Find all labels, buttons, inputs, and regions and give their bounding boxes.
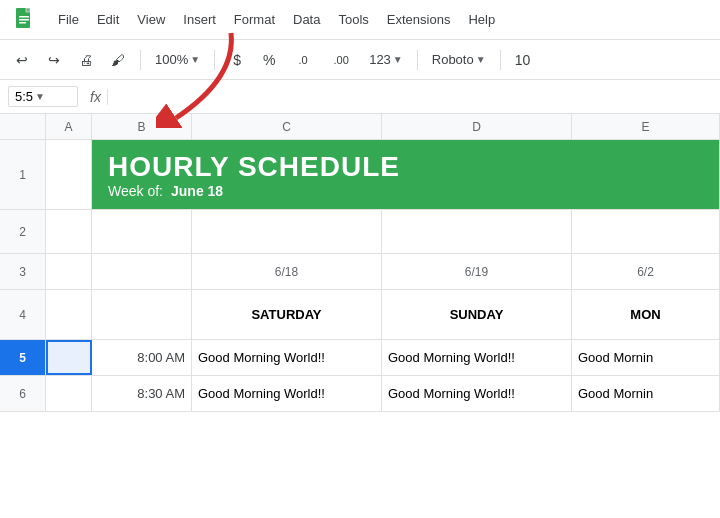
zoom-value: 100%	[155, 52, 188, 67]
cell-4c[interactable]: SATURDAY	[192, 290, 382, 339]
zoom-chevron: ▼	[190, 54, 200, 65]
svg-rect-3	[19, 16, 29, 18]
row-num-4: 4	[0, 290, 46, 339]
cell-4b[interactable]	[92, 290, 192, 339]
menu-view[interactable]: View	[129, 8, 173, 31]
col-header-d[interactable]: D	[382, 114, 572, 139]
cell-2b[interactable]	[92, 210, 192, 253]
cell-5a[interactable]	[46, 340, 92, 375]
column-headers: A B C D E	[0, 114, 720, 140]
formula-input[interactable]	[118, 89, 712, 104]
menu-tools[interactable]: Tools	[330, 8, 376, 31]
col-header-c[interactable]: C	[192, 114, 382, 139]
app-logo	[8, 2, 44, 38]
row-num-5: 5	[0, 340, 46, 375]
undo-button[interactable]: ↩	[8, 46, 36, 74]
cell-2e[interactable]	[572, 210, 720, 253]
decimal-decrease-button[interactable]: .0	[287, 46, 319, 74]
cell-6e[interactable]: Good Mornin	[572, 376, 720, 411]
col-header-a[interactable]: A	[46, 114, 92, 139]
col-header-rownum	[0, 114, 46, 139]
cell-5b[interactable]: 8:00 AM	[92, 340, 192, 375]
cell-reference-box[interactable]: 5:5 ▼	[8, 86, 78, 107]
cell-3b[interactable]	[92, 254, 192, 289]
toolbar-sep-2	[214, 50, 215, 70]
toolbar-sep-4	[500, 50, 501, 70]
redo-button[interactable]: ↪	[40, 46, 68, 74]
week-of-label: Week of:	[108, 183, 163, 199]
toolbar: ↩ ↪ 🖨 🖌 100% ▼ $ % .0 .00 123 ▼ Roboto ▼…	[0, 40, 720, 80]
print-button[interactable]: 🖨	[72, 46, 100, 74]
col-header-b[interactable]: B	[92, 114, 192, 139]
schedule-title: HOURLY SCHEDULE	[108, 151, 703, 183]
cell-3a[interactable]	[46, 254, 92, 289]
decimal-increase-button[interactable]: .00	[323, 46, 359, 74]
menu-file[interactable]: File	[50, 8, 87, 31]
zoom-dropdown[interactable]: 100% ▼	[149, 46, 206, 74]
toolbar-sep-3	[417, 50, 418, 70]
cell-4e[interactable]: MON	[572, 290, 720, 339]
menu-help[interactable]: Help	[460, 8, 503, 31]
table-row: 4 SATURDAY SUNDAY MON	[0, 290, 720, 340]
table-row: 5 8:00 AM Good Morning World!! Good Morn…	[0, 340, 720, 376]
formula-icon: fx	[84, 89, 108, 105]
cell-5d[interactable]: Good Morning World!!	[382, 340, 572, 375]
cell-6d[interactable]: Good Morning World!!	[382, 376, 572, 411]
table-row: 2	[0, 210, 720, 254]
cell-ref-value: 5:5	[15, 89, 33, 104]
row-num-3: 3	[0, 254, 46, 289]
row-num-1: 1	[0, 140, 46, 209]
font-size-value[interactable]: 10	[509, 46, 537, 74]
svg-rect-5	[19, 22, 26, 24]
currency-button[interactable]: $	[223, 46, 251, 74]
app-window: File Edit View Insert Format Data Tools …	[0, 0, 720, 518]
table-row: 3 6/18 6/19 6/2	[0, 254, 720, 290]
row-num-6: 6	[0, 376, 46, 411]
menu-edit[interactable]: Edit	[89, 8, 127, 31]
cell-2c[interactable]	[192, 210, 382, 253]
week-of-row: Week of: June 18	[108, 183, 703, 199]
format-type-value: 123	[369, 52, 391, 67]
row-num-2: 2	[0, 210, 46, 253]
toolbar-sep-1	[140, 50, 141, 70]
format-chevron: ▼	[393, 54, 403, 65]
format-type-dropdown[interactable]: 123 ▼	[363, 46, 409, 74]
svg-rect-4	[19, 19, 29, 21]
merged-header-cell[interactable]: HOURLY SCHEDULE Week of: June 18	[92, 140, 720, 209]
table-row: 1 HOURLY SCHEDULE Week of: June 18	[0, 140, 720, 210]
menu-format[interactable]: Format	[226, 8, 283, 31]
cell-ref-chevron: ▼	[35, 91, 45, 102]
cell-3c[interactable]: 6/18	[192, 254, 382, 289]
cell-1a[interactable]	[46, 140, 92, 209]
font-chevron: ▼	[476, 54, 486, 65]
cell-6b[interactable]: 8:30 AM	[92, 376, 192, 411]
cell-2d[interactable]	[382, 210, 572, 253]
percent-button[interactable]: %	[255, 46, 283, 74]
cell-6c[interactable]: Good Morning World!!	[192, 376, 382, 411]
cell-6a[interactable]	[46, 376, 92, 411]
spreadsheet-grid: A B C D E 1 HOURLY SCHEDULE Week of: Jun…	[0, 114, 720, 518]
week-of-date: June 18	[171, 183, 223, 199]
menu-data[interactable]: Data	[285, 8, 328, 31]
formula-bar: 5:5 ▼ fx	[0, 80, 720, 114]
font-value: Roboto	[432, 52, 474, 67]
menu-insert[interactable]: Insert	[175, 8, 224, 31]
cell-3e[interactable]: 6/2	[572, 254, 720, 289]
cell-5c[interactable]: Good Morning World!!	[192, 340, 382, 375]
cell-2a[interactable]	[46, 210, 92, 253]
menu-extensions[interactable]: Extensions	[379, 8, 459, 31]
col-header-e[interactable]: E	[572, 114, 720, 139]
menu-bar: File Edit View Insert Format Data Tools …	[0, 0, 720, 40]
cell-4d[interactable]: SUNDAY	[382, 290, 572, 339]
cell-5e[interactable]: Good Mornin	[572, 340, 720, 375]
cell-4a[interactable]	[46, 290, 92, 339]
paint-format-button[interactable]: 🖌	[104, 46, 132, 74]
cell-3d[interactable]: 6/19	[382, 254, 572, 289]
table-row: 6 8:30 AM Good Morning World!! Good Morn…	[0, 376, 720, 412]
font-dropdown[interactable]: Roboto ▼	[426, 46, 492, 74]
